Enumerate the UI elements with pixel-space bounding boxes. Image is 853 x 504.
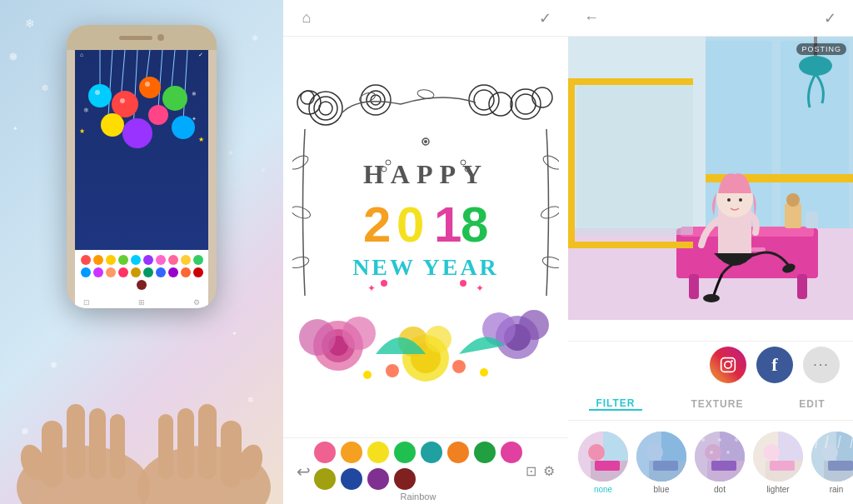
filter-thumb-dot: [695, 432, 745, 482]
svg-point-40: [301, 91, 314, 104]
filter-dot[interactable]: dot: [695, 432, 745, 494]
color-swatch-darkred[interactable]: [394, 468, 416, 490]
svg-point-42: [367, 91, 385, 109]
svg-rect-117: [568, 78, 575, 245]
snowflake-1: ❄: [25, 17, 35, 30]
svg-point-139: [701, 438, 705, 442]
filter-thumb-lighter: [753, 432, 803, 482]
filter-preview-none: [578, 432, 628, 482]
phone-dot: [168, 255, 178, 265]
filter-blue[interactable]: blue: [636, 432, 686, 494]
svg-point-37: [314, 97, 337, 120]
svg-point-83: [292, 152, 310, 171]
svg-point-123: [731, 360, 733, 362]
phone-dot: [93, 267, 103, 277]
svg-point-109: [786, 193, 800, 207]
phone-dots-grid: [78, 255, 205, 290]
snowflake-5: ✦: [12, 125, 18, 132]
svg-rect-121: [721, 357, 736, 372]
svg-point-116: [739, 198, 742, 202]
svg-point-115: [727, 198, 731, 202]
more-button[interactable]: ···: [803, 347, 840, 383]
snowflake-4: ❄: [252, 33, 258, 42]
instagram-button[interactable]: [710, 347, 746, 383]
right-image-area: POSTING: [568, 37, 853, 341]
home-icon[interactable]: ⌂: [297, 8, 317, 28]
color-swatch-pink[interactable]: [314, 442, 336, 463]
filter-none[interactable]: none: [578, 432, 628, 494]
color-swatch-olive[interactable]: [314, 468, 336, 490]
zoom-button[interactable]: ⊡: [526, 463, 536, 479]
filter-thumb-blue: [636, 432, 686, 482]
color-swatch-darkgreen[interactable]: [474, 442, 496, 463]
coloring-svg: HAPPY 2 0 1 8 NEW YEAR ✦ ✦: [292, 79, 559, 396]
tab-texture[interactable]: TEXTURE: [684, 398, 750, 410]
phone-dot: [131, 255, 141, 265]
color-swatch-purple[interactable]: [367, 468, 389, 490]
filter-label-dot: dot: [714, 485, 726, 494]
artwork-svg: [568, 37, 853, 320]
svg-rect-148: [770, 461, 795, 471]
svg-text:❅: ❅: [192, 91, 197, 97]
filter-rain[interactable]: rain: [811, 432, 853, 494]
svg-point-24: [101, 113, 124, 137]
filter-label-none: none: [594, 485, 612, 494]
svg-text:1: 1: [434, 197, 461, 252]
palette-label: Rainbow: [314, 490, 522, 502]
snowflake-3: ❆: [42, 83, 48, 92]
facebook-button[interactable]: f: [756, 347, 793, 383]
svg-point-141: [735, 438, 738, 442]
svg-rect-9: [158, 414, 173, 479]
tab-filter[interactable]: FILTER: [589, 397, 641, 411]
svg-point-62: [381, 280, 387, 287]
svg-point-21: [112, 91, 138, 117]
color-swatch-magenta[interactable]: [501, 442, 522, 463]
instagram-icon: [720, 357, 736, 373]
phone-dot: [106, 255, 116, 265]
tab-edit[interactable]: EDIT: [792, 398, 831, 410]
left-panel: ❄ ❅ ❆ ❄ ✦ ✧ ❅ ❆ ✦ ❄ ❅ ✦: [0, 0, 283, 504]
phone-dot: [143, 267, 153, 277]
more-icon: ···: [813, 357, 829, 372]
color-swatch-blue[interactable]: [341, 468, 362, 490]
svg-point-45: [474, 90, 494, 110]
svg-text:HAPPY: HAPPY: [363, 159, 488, 189]
color-swatch-teal[interactable]: [421, 442, 442, 463]
color-swatch-green[interactable]: [394, 442, 416, 463]
svg-rect-128: [595, 461, 620, 471]
svg-point-41: [361, 85, 391, 115]
color-swatch-yellow[interactable]: [367, 442, 389, 463]
svg-rect-106: [797, 274, 807, 299]
svg-point-84: [292, 204, 312, 220]
color-swatch-orange[interactable]: [341, 442, 362, 463]
svg-point-63: [460, 280, 466, 287]
middle-canvas-area: HAPPY 2 0 1 8 NEW YEAR ✦ ✦: [283, 37, 568, 437]
phone-dot: [181, 255, 191, 265]
check-icon[interactable]: ✓: [535, 8, 555, 28]
snowflake-6: ✧: [261, 167, 267, 174]
svg-text:✦: ✦: [476, 282, 484, 294]
svg-rect-119: [568, 242, 693, 248]
filter-preview-blue: [636, 432, 686, 482]
svg-point-49: [532, 87, 552, 107]
svg-point-69: [299, 319, 336, 356]
svg-point-87: [540, 204, 559, 220]
filter-lighter[interactable]: lighter: [753, 432, 803, 494]
phone-dot: [81, 255, 91, 265]
check-icon-right[interactable]: ✓: [820, 8, 840, 28]
share-bar: f ···: [568, 341, 853, 387]
phone-dot: [137, 280, 147, 290]
filter-preview-rain: [811, 432, 853, 482]
color-swatch-darkorange[interactable]: [447, 442, 469, 463]
svg-point-88: [541, 255, 559, 270]
snowflake-2: ❅: [8, 50, 18, 63]
phone-bottom-icons: ⊡ ⊞ ⚙: [75, 295, 208, 308]
svg-point-85: [292, 255, 310, 270]
svg-rect-108: [785, 203, 801, 228]
svg-point-30: [145, 82, 150, 87]
filter-preview-dot: [695, 432, 745, 482]
svg-point-78: [519, 310, 549, 340]
back-icon[interactable]: ←: [581, 8, 601, 28]
settings-button[interactable]: ⚙: [543, 463, 555, 479]
undo-button[interactable]: ↩: [297, 462, 311, 482]
